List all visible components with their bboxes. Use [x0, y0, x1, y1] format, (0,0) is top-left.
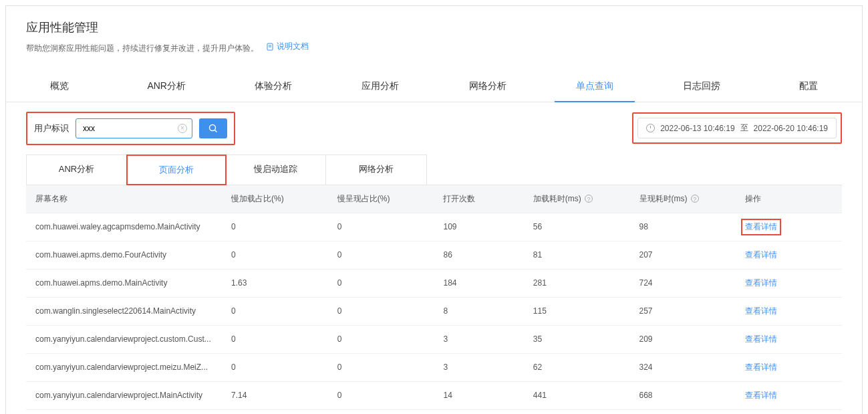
- help-icon[interactable]: ?: [585, 195, 593, 203]
- clear-input-icon[interactable]: ×: [178, 124, 187, 133]
- help-icon[interactable]: ?: [691, 195, 699, 203]
- main-tab-3[interactable]: 应用分析: [327, 71, 434, 102]
- cell-load: 56: [524, 213, 630, 241]
- table-row: com.yanyiyun.calendarviewproject.MainAct…: [26, 381, 842, 409]
- table-row: com.yanyiyun.calendarviewproject.custom.…: [26, 325, 842, 353]
- view-detail-link[interactable]: 查看详情: [745, 250, 777, 260]
- cell-screen: com.huawei.apms.demo.MainActivity: [26, 269, 222, 297]
- view-detail-link[interactable]: 查看详情: [745, 278, 777, 288]
- th-load-time[interactable]: 加载耗时(ms) ?: [524, 185, 630, 213]
- cell-slow-load: 7.14: [222, 381, 328, 409]
- cell-slow-render: 0: [328, 409, 434, 414]
- date-to: 2022-06-20 10:46:19: [754, 124, 828, 133]
- cell-slow-render: 0: [328, 297, 434, 325]
- cell-slow-render: 0: [328, 241, 434, 269]
- table-row: com.huawei.apms.demo.FourActivity0086812…: [26, 241, 842, 269]
- cell-render: 209: [630, 325, 736, 353]
- cell-action: 查看详情: [736, 353, 842, 381]
- view-detail-link[interactable]: 查看详情: [745, 306, 777, 316]
- cell-open: 109: [434, 213, 523, 241]
- search-input-wrap: ×: [76, 118, 192, 138]
- search-button[interactable]: [199, 118, 227, 138]
- user-id-label: 用户标识: [34, 122, 69, 134]
- th-screen-name[interactable]: 屏幕名称: [26, 185, 222, 213]
- cell-open: 14: [434, 381, 523, 409]
- cell-slow-load: 0: [222, 213, 328, 241]
- user-id-input[interactable]: [76, 118, 192, 138]
- cell-screen: com.wanglin.singleselect220614.MainActiv…: [26, 297, 222, 325]
- cell-screen: com.huawei.apms.demo.FourActivity: [26, 241, 222, 269]
- filter-left-group: 用户标识 ×: [26, 112, 235, 145]
- main-tab-7[interactable]: 配置: [755, 71, 862, 102]
- cell-screen: com.huawei.vmall.starttest.MainActivity: [26, 409, 222, 414]
- sub-tab-0[interactable]: ANR分析: [27, 155, 127, 185]
- cell-open: 8: [434, 297, 523, 325]
- cell-open: 184: [434, 269, 523, 297]
- cell-slow-render: 0: [328, 353, 434, 381]
- cell-load: 1485: [524, 409, 630, 414]
- main-tab-6[interactable]: 日志回捞: [648, 71, 755, 102]
- cell-render: 724: [630, 269, 736, 297]
- cell-slow-load: 0: [222, 325, 328, 353]
- th-render-time[interactable]: 呈现耗时(ms) ?: [630, 185, 736, 213]
- cell-slow-render: 0: [328, 325, 434, 353]
- page-description: 帮助您洞察应用性能问题，持续进行修复并改进，提升用户体验。 说明文档: [26, 41, 842, 54]
- table-row: com.huawei.vmall.starttest.MainActivity1…: [26, 409, 842, 414]
- main-tab-1[interactable]: ANR分析: [113, 71, 220, 102]
- date-range-picker[interactable]: 2022-06-13 10:46:19 至 2022-06-20 10:46:1…: [637, 118, 837, 138]
- cell-action: 查看详情: [736, 241, 842, 269]
- date-separator: 至: [740, 122, 748, 134]
- cell-screen: com.huawei.waley.agcapmsdemo.MainActivit…: [26, 213, 222, 241]
- table-row: com.huawei.apms.demo.MainActivity1.63018…: [26, 269, 842, 297]
- cell-slow-load: 100.00: [222, 409, 328, 414]
- th-slow-load[interactable]: 慢加载占比(%): [222, 185, 328, 213]
- th-open-count[interactable]: 打开次数: [434, 185, 523, 213]
- cell-slow-load: 0: [222, 353, 328, 381]
- page-title: 应用性能管理: [26, 19, 842, 35]
- view-detail-link[interactable]: 查看详情: [745, 391, 777, 400]
- clock-icon: [646, 124, 655, 132]
- cell-open: 3: [434, 353, 523, 381]
- cell-load: 115: [524, 297, 630, 325]
- cell-slow-render: 0: [328, 213, 434, 241]
- sub-tab-2[interactable]: 慢启动追踪: [226, 155, 326, 185]
- cell-slow-load: 1.63: [222, 269, 328, 297]
- desc-text: 帮助您洞察应用性能问题，持续进行修复并改进，提升用户体验。: [26, 43, 259, 53]
- search-icon: [208, 124, 218, 133]
- doc-link-label: 说明文档: [277, 41, 309, 52]
- cell-slow-render: 0: [328, 269, 434, 297]
- svg-point-3: [210, 124, 216, 130]
- data-table: 屏幕名称 慢加载占比(%) 慢呈现占比(%) 打开次数 加载耗时(ms) ? 呈…: [26, 185, 842, 415]
- main-tabs: 概览ANR分析体验分析应用分析网络分析单点查询日志回捞配置: [6, 71, 862, 102]
- cell-action: 查看详情: [736, 269, 842, 297]
- sub-tabs: ANR分析页面分析慢启动追踪网络分析: [26, 154, 427, 185]
- cell-action: 查看详情: [736, 325, 842, 353]
- cell-render: 98: [630, 213, 736, 241]
- cell-load: 441: [524, 381, 630, 409]
- doc-link[interactable]: 说明文档: [266, 41, 309, 52]
- th-slow-render[interactable]: 慢呈现占比(%): [328, 185, 434, 213]
- table-row: com.wanglin.singleselect220614.MainActiv…: [26, 297, 842, 325]
- view-detail-link[interactable]: 查看详情: [745, 363, 777, 372]
- main-tab-0[interactable]: 概览: [6, 71, 113, 102]
- cell-open: 3: [434, 325, 523, 353]
- sub-tab-3[interactable]: 网络分析: [326, 155, 426, 185]
- main-tab-5[interactable]: 单点查询: [541, 71, 648, 102]
- sub-tab-1[interactable]: 页面分析: [126, 154, 227, 185]
- cell-action: 查看详情: [736, 381, 842, 409]
- main-tab-2[interactable]: 体验分析: [220, 71, 327, 102]
- cell-slow-render: 0: [328, 381, 434, 409]
- cell-screen: com.yanyiyun.calendarviewproject.custom.…: [26, 325, 222, 353]
- cell-render: 324: [630, 353, 736, 381]
- svg-line-4: [215, 130, 217, 132]
- table-body: com.huawei.waley.agcapmsdemo.MainActivit…: [26, 213, 842, 414]
- view-detail-link[interactable]: 查看详情: [741, 219, 781, 235]
- page-container: 应用性能管理 帮助您洞察应用性能问题，持续进行修复并改进，提升用户体验。 说明文…: [5, 5, 863, 414]
- filter-row: 用户标识 × 2022-06-13 10:46:19 至 2022-06-20 …: [6, 102, 862, 154]
- table-row: com.huawei.waley.agcapmsdemo.MainActivit…: [26, 213, 842, 241]
- date-filter-group: 2022-06-13 10:46:19 至 2022-06-20 10:46:1…: [632, 112, 842, 144]
- cell-load: 281: [524, 269, 630, 297]
- cell-render: 1727: [630, 409, 736, 414]
- view-detail-link[interactable]: 查看详情: [745, 334, 777, 344]
- main-tab-4[interactable]: 网络分析: [434, 71, 541, 102]
